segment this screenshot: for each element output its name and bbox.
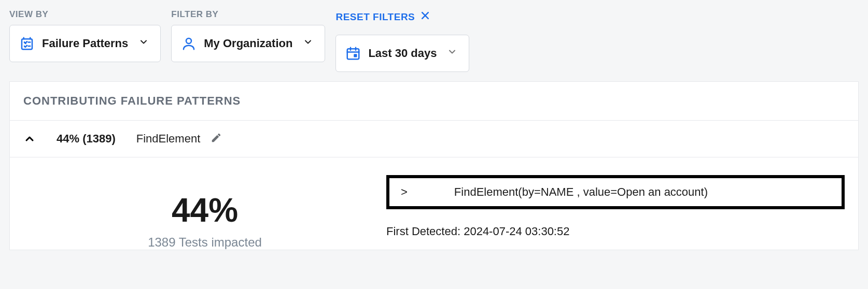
tests-impacted: 1389 Tests impacted	[148, 235, 262, 250]
date-range-dropdown[interactable]: Last 30 days	[335, 35, 469, 72]
filter-by-label: FILTER BY	[171, 9, 325, 20]
code-box: > FindElement(by=NAME , value=Open an ac…	[386, 175, 845, 209]
reset-filters-label: RESET FILTERS	[335, 11, 415, 23]
view-by-label: VIEW BY	[9, 9, 161, 20]
close-icon	[420, 10, 430, 23]
calendar-icon	[345, 46, 361, 61]
code-prompt: >	[401, 185, 408, 199]
filter-by-value: My Organization	[204, 37, 292, 50]
chevron-down-icon	[303, 37, 313, 50]
first-detected-label: First Detected:	[386, 225, 460, 238]
first-detected: First Detected: 2024-07-24 03:30:52	[386, 225, 845, 238]
edit-icon[interactable]	[211, 132, 222, 146]
pattern-name: FindElement	[136, 132, 201, 146]
organization-icon	[181, 36, 197, 51]
chevron-down-icon	[447, 47, 457, 60]
first-detected-value: 2024-07-24 03:30:52	[464, 225, 569, 238]
svg-point-7	[186, 38, 191, 44]
detail-percent: 44%	[172, 194, 238, 227]
pattern-row[interactable]: 44% (1389) FindElement	[10, 121, 858, 157]
svg-rect-10	[347, 49, 359, 59]
panel-title: CONTRIBUTING FAILURE PATTERNS	[23, 94, 845, 108]
svg-rect-0	[22, 39, 32, 49]
chevron-down-icon	[138, 37, 149, 50]
date-range-value: Last 30 days	[368, 47, 437, 60]
view-by-value: Failure Patterns	[42, 37, 128, 50]
svg-line-2	[25, 41, 27, 43]
svg-line-5	[25, 46, 27, 47]
chevron-up-icon[interactable]	[23, 133, 36, 145]
reset-filters-button[interactable]: RESET FILTERS	[335, 10, 469, 23]
pattern-stat: 44% (1389)	[57, 132, 116, 146]
filter-by-dropdown[interactable]: My Organization	[171, 25, 325, 62]
failure-patterns-panel: CONTRIBUTING FAILURE PATTERNS 44% (1389)…	[9, 81, 859, 250]
code-text: FindElement(by=NAME , value=Open an acco…	[454, 185, 708, 199]
view-by-dropdown[interactable]: Failure Patterns	[9, 25, 161, 62]
svg-rect-14	[354, 54, 357, 57]
report-icon	[19, 36, 35, 51]
